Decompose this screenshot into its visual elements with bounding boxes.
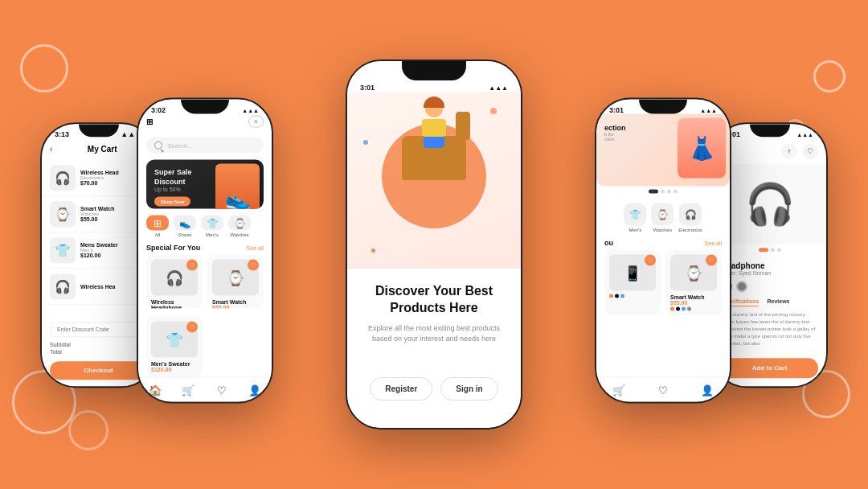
cat-watches[interactable]: ⌚ Watches	[228, 216, 251, 237]
center-screen: 3:01 ▲▲▲	[347, 61, 521, 428]
see-all-right1[interactable]: See all	[705, 240, 722, 245]
dot-2	[667, 190, 671, 194]
product-card-headphone[interactable]: ♡ 🎧 Wireless Headphone $70.00	[146, 255, 203, 309]
deco-dot-2	[363, 140, 368, 145]
hero-person-figure	[422, 100, 446, 148]
sale-banner: Super SaleDiscount Up to 50% Shop Now 👟	[146, 160, 264, 209]
c1	[609, 294, 613, 298]
deco-dot-3	[371, 249, 375, 253]
fav-icon-sweater[interactable]: ♡	[186, 322, 198, 333]
product-price-sweater: $120.00	[151, 367, 198, 372]
nav-cart-icon[interactable]: 🛒	[181, 383, 195, 397]
cart-total: Total	[50, 349, 147, 355]
cw1	[670, 307, 674, 311]
section-header-right1: ou See all	[596, 239, 730, 250]
cat-mens-r1[interactable]: 👕 Men's	[624, 203, 646, 232]
grid-icon[interactable]: ⊞	[146, 117, 153, 126]
c3	[620, 294, 624, 298]
product-card-watch-r1[interactable]: ♡ ⌚ Smart Watch $55.00	[665, 250, 722, 316]
cat-shoes[interactable]: 👟 Shoes	[174, 216, 196, 237]
collection-banner-sub: k forction	[604, 132, 626, 142]
cart-item-img-3: 👕	[50, 237, 76, 263]
color-dots-watch-r1	[670, 307, 717, 311]
c2	[615, 294, 619, 298]
nav-home-icon[interactable]: 🏠	[148, 383, 162, 397]
dots-indicator-right1	[596, 187, 730, 197]
cat-icon-all: ⊞	[146, 216, 169, 231]
bottom-nav-right1: 🛒 ♡ 👤	[596, 377, 730, 402]
checkout-button[interactable]: Checkout	[50, 361, 147, 380]
product-card-watch[interactable]: ♡ ⌚ Smart Watch $55.00	[207, 255, 264, 309]
hero-body	[422, 119, 446, 137]
cat-label-electronics-r1: Electronics	[678, 228, 702, 232]
nav-cart-r1[interactable]: 🛒	[612, 383, 626, 397]
register-button[interactable]: Register	[370, 377, 432, 401]
nav-user-r1[interactable]: 👤	[700, 383, 714, 397]
cat-icon-shoes: 👟	[174, 216, 196, 231]
product-name-watch: Smart Watch	[212, 299, 259, 305]
cat-all[interactable]: ⊞ All	[146, 216, 169, 237]
discount-input[interactable]	[50, 322, 147, 337]
tab-reviews[interactable]: Reviews	[767, 298, 789, 306]
collection-phone: 3:01 ▲▲▲ ection k forction 👗	[595, 98, 731, 404]
categories-row: ⊞ All 👟 Shoes 👕 Men's ⌚ Watches	[138, 209, 272, 244]
product-card-phone-r1[interactable]: ♡ 📱	[604, 250, 661, 316]
hero-legs	[424, 137, 444, 148]
status-icons-center: ▲▲▲	[489, 84, 508, 92]
color-gray[interactable]	[736, 281, 747, 292]
detail-tabs: Specifications Reviews	[721, 298, 818, 306]
fav-icon-phone-r1[interactable]: ♡	[645, 255, 656, 266]
product-card-sweater[interactable]: ♡ 👕 Men's Sweater $120.00	[146, 317, 203, 377]
section-header-left1: Special For You See all	[138, 244, 272, 255]
top-icons-row: ⊞ ≡	[138, 114, 272, 131]
center-hero	[347, 92, 521, 269]
signin-button[interactable]: Sign in	[440, 377, 497, 401]
cw3	[682, 307, 686, 311]
bottom-nav-left1: 🏠 🛒 ♡ 👤	[138, 377, 272, 402]
filter-icon[interactable]: ≡	[248, 116, 264, 128]
cat-watches-r1[interactable]: ⌚ Watches	[651, 203, 674, 232]
product-name-watch-r1: Smart Watch	[670, 294, 717, 300]
time-left1: 3:02	[151, 106, 166, 114]
back-arrow-icon[interactable]: ‹	[50, 145, 52, 154]
notch-left1	[181, 100, 229, 114]
center-content: Discover Your Best Products Here Explore…	[347, 269, 521, 428]
detail-colors	[721, 281, 818, 292]
cat-label-watches: Watches	[230, 232, 248, 237]
cat-icon-electronics-r1: 🎧	[679, 203, 702, 226]
search-bar-left1[interactable]: Search...	[146, 138, 264, 154]
cart-item-img-1: 🎧	[50, 165, 76, 191]
fav-icon-watch-r1[interactable]: ♡	[706, 255, 717, 266]
cat-electronics-r1[interactable]: 🎧 Electronics	[678, 203, 702, 232]
collection-screen: 3:01 ▲▲▲ ection k forction 👗	[596, 100, 730, 402]
special-section-title: Special For You	[146, 244, 200, 252]
product-price-watch-r1: $55.00	[670, 300, 717, 306]
cat-icon-watches: ⌚	[228, 216, 251, 231]
cat-icon-mens-r1: 👕	[624, 203, 646, 226]
section-title-right1: ou	[604, 239, 613, 247]
cat-mens[interactable]: 👕 Men's	[201, 216, 223, 237]
categories-row-right1: 👕 Men's ⌚ Watches 🎧 Electronics	[596, 197, 730, 239]
cat-label-watches-r1: Watches	[653, 228, 672, 232]
search-icon-left1	[154, 142, 162, 150]
hero-hair	[424, 97, 444, 108]
share-icon[interactable]: ↑	[781, 143, 797, 159]
heart-icon-detail[interactable]: ♡	[802, 143, 818, 159]
center-hero-subtitle: Explore all the most exiting best produc…	[363, 323, 505, 345]
add-to-cart-button[interactable]: Add to Cart	[721, 358, 818, 378]
phones-container: 3:13 ▲▲▲ ‹ My Cart 🎧 Wireless Head Elect…	[0, 0, 868, 489]
cart-title: My Cart	[57, 145, 147, 154]
cat-label-mens: Men's	[206, 232, 219, 237]
notch-right1	[639, 100, 687, 114]
see-all-left1[interactable]: See all	[247, 244, 264, 250]
home-screen: 3:02 ▲▲▲ ⊞ ≡ Search... Super SaleDiscoun…	[138, 100, 272, 402]
nav-heart-icon[interactable]: ♡	[215, 383, 229, 397]
status-icons-right2: ▲▲▲	[796, 132, 813, 138]
center-buttons: Register Sign in	[363, 377, 505, 413]
products-grid-left1: ♡ 🎧 Wireless Headphone $70.00 ♡ ⌚	[138, 255, 272, 309]
dot-active	[649, 190, 658, 194]
center-phone: 3:01 ▲▲▲	[346, 60, 522, 429]
nav-user-icon[interactable]: 👤	[248, 383, 262, 397]
nav-heart-r1[interactable]: ♡	[656, 383, 670, 397]
shop-now-button[interactable]: Shop Now	[154, 197, 190, 207]
